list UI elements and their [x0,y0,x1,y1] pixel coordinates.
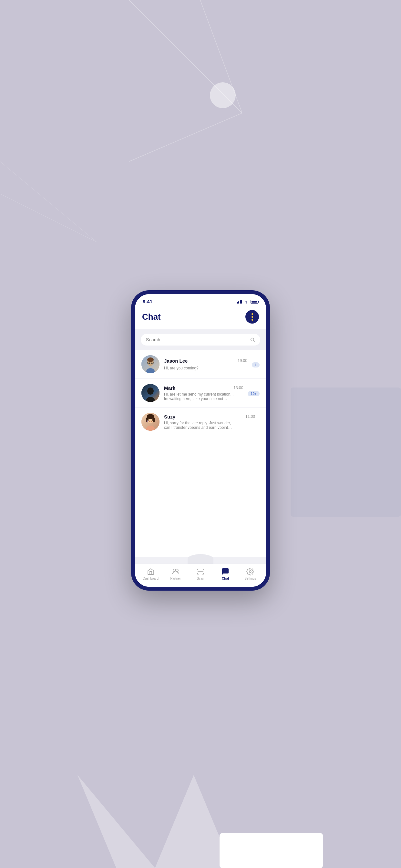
search-icon [250,337,255,342]
nav-bump [135,557,266,564]
chat-preview-jason: Hi, are you coming? [164,366,198,370]
home-icon [147,568,155,576]
svg-point-31 [173,569,176,571]
status-bar: 9:41 [135,294,266,307]
chat-item-mark[interactable]: Mark 13:00 Hi, are let me send my curren… [135,379,266,407]
svg-marker-6 [155,775,233,868]
chat-list: Jason Lee 19:00 Hi, are you coming? 1 [135,350,266,557]
chat-right-mark: 10+ [248,390,259,396]
nav-item-scan[interactable]: Scan [188,568,213,580]
avatar-mark [142,384,159,402]
wifi-icon [244,300,249,304]
svg-rect-9 [290,388,401,517]
nav-item-chat[interactable]: Chat [213,568,238,580]
chat-content-suzy: Suzy 11:00 Hi, sorry for the late reply.… [164,414,255,430]
signal-icon [237,300,243,304]
partner-icon [172,568,180,576]
search-bar[interactable] [141,334,260,345]
nav-item-settings[interactable]: Settings [238,568,263,580]
chat-icon [221,568,229,576]
svg-point-22 [147,388,154,395]
search-input[interactable] [146,337,247,342]
svg-point-16 [147,358,154,362]
svg-line-13 [253,341,255,342]
battery-icon [251,300,258,304]
chat-content-mark: Mark 13:00 Hi, are let me send my curren… [164,385,243,401]
unread-badge-jason: 1 [252,362,259,368]
chat-preview-suzy: Hi, sorry for the late reply. Just wonde… [164,421,235,430]
scan-icon [197,568,204,576]
chat-name-suzy: Suzy [164,414,175,420]
nav-item-dashboard[interactable]: Dashboard [138,568,163,580]
svg-line-7 [0,161,97,242]
status-icons [237,300,258,304]
page-title: Chat [142,312,161,322]
chat-right-jason: 1 [252,361,259,368]
app-header: Chat [135,307,266,330]
chat-name-jason: Jason Lee [164,358,188,364]
svg-line-2 [200,0,242,113]
svg-rect-10 [220,833,323,868]
nav-label-dashboard: Dashboard [143,577,158,580]
svg-line-8 [0,194,97,242]
dot-3 [251,319,253,321]
nav-label-partner: Partner [170,577,181,580]
svg-point-11 [246,303,247,303]
dot-1 [251,313,253,315]
chat-time-suzy: 11:00 [245,414,255,419]
svg-point-28 [152,417,155,423]
nav-label-scan: Scan [197,577,204,580]
chat-preview-mark: Hi, are let me send my current location.… [164,392,235,401]
bottom-area: Dashboard Partner [135,557,266,587]
nav-label-chat: Chat [222,577,229,580]
chat-content-jason: Jason Lee 19:00 Hi, are you coming? [164,358,247,371]
svg-marker-5 [78,775,155,868]
phone-frame: 9:41 Chat [131,290,270,591]
unread-badge-mark: 10+ [248,391,259,396]
dot-2 [251,316,253,318]
chat-item-suzy[interactable]: Suzy 11:00 Hi, sorry for the late reply.… [135,407,266,436]
chat-time-jason: 19:00 [238,359,247,363]
svg-point-4 [210,82,236,108]
nav-label-settings: Settings [244,577,256,580]
search-area [135,330,266,350]
svg-line-1 [129,0,242,113]
bottom-nav: Dashboard Partner [135,564,266,587]
status-time: 9:41 [143,299,152,304]
chat-name-mark: Mark [164,385,175,391]
svg-point-34 [249,570,251,572]
chat-item-jason-lee[interactable]: Jason Lee 19:00 Hi, are you coming? 1 [135,350,266,379]
svg-point-29 [147,421,148,422]
settings-icon [246,568,254,576]
avatar-jason-lee [142,355,159,373]
svg-line-3 [129,113,242,161]
nav-bump-inner [188,554,213,564]
chat-time-mark: 13:00 [234,385,243,390]
nav-item-partner[interactable]: Partner [163,568,188,580]
more-options-button[interactable] [245,310,259,323]
avatar-suzy [142,413,159,431]
svg-point-32 [176,569,178,571]
